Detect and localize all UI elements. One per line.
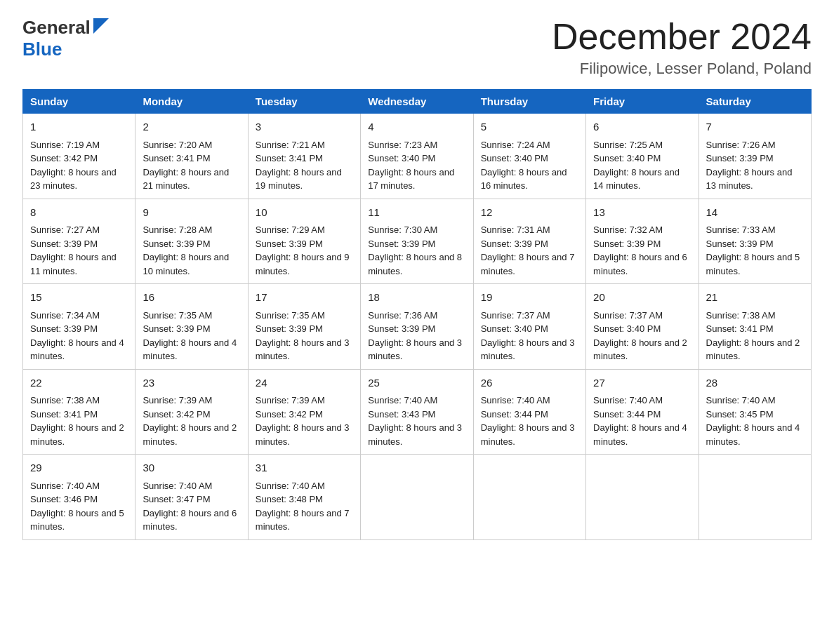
day-number: 31 (256, 460, 353, 476)
subtitle: Filipowice, Lesser Poland, Poland (552, 60, 812, 78)
calendar-cell: 6Sunrise: 7:25 AMSunset: 3:40 PMDaylight… (586, 114, 699, 199)
calendar-cell: 12Sunrise: 7:31 AMSunset: 3:39 PMDayligh… (473, 199, 585, 284)
col-wednesday: Wednesday (361, 90, 473, 114)
day-info: Sunrise: 7:35 AMSunset: 3:39 PMDaylight:… (143, 310, 237, 362)
calendar-cell (586, 455, 699, 540)
day-info: Sunrise: 7:27 AMSunset: 3:39 PMDaylight:… (30, 224, 117, 276)
day-info: Sunrise: 7:28 AMSunset: 3:39 PMDaylight:… (143, 224, 229, 276)
calendar-cell: 17Sunrise: 7:35 AMSunset: 3:39 PMDayligh… (248, 284, 360, 370)
svg-marker-0 (93, 18, 109, 34)
calendar-cell: 3Sunrise: 7:21 AMSunset: 3:41 PMDaylight… (248, 114, 360, 199)
week-row-4: 22Sunrise: 7:38 AMSunset: 3:41 PMDayligh… (23, 369, 812, 455)
day-info: Sunrise: 7:35 AMSunset: 3:39 PMDaylight:… (256, 310, 350, 362)
calendar-cell: 23Sunrise: 7:39 AMSunset: 3:42 PMDayligh… (135, 369, 248, 455)
day-number: 3 (256, 119, 353, 135)
calendar-cell: 31Sunrise: 7:40 AMSunset: 3:48 PMDayligh… (248, 455, 360, 540)
calendar-cell (699, 455, 811, 540)
calendar-cell: 7Sunrise: 7:26 AMSunset: 3:39 PMDaylight… (699, 114, 811, 199)
calendar-cell: 13Sunrise: 7:32 AMSunset: 3:39 PMDayligh… (586, 199, 699, 284)
day-info: Sunrise: 7:23 AMSunset: 3:40 PMDaylight:… (368, 140, 454, 192)
col-friday: Friday (586, 90, 699, 114)
day-info: Sunrise: 7:21 AMSunset: 3:41 PMDaylight:… (256, 140, 342, 192)
col-monday: Monday (135, 90, 248, 114)
logo-blue-text: Blue (22, 39, 62, 60)
day-number: 26 (481, 375, 578, 391)
calendar-cell: 24Sunrise: 7:39 AMSunset: 3:42 PMDayligh… (248, 369, 360, 455)
calendar-cell (473, 455, 585, 540)
calendar-cell: 26Sunrise: 7:40 AMSunset: 3:44 PMDayligh… (473, 369, 585, 455)
page-header: General Blue December 2024 Filipowice, L… (22, 17, 812, 78)
day-info: Sunrise: 7:37 AMSunset: 3:40 PMDaylight:… (481, 310, 575, 362)
calendar-cell: 19Sunrise: 7:37 AMSunset: 3:40 PMDayligh… (473, 284, 585, 370)
calendar-cell: 28Sunrise: 7:40 AMSunset: 3:45 PMDayligh… (699, 369, 811, 455)
col-saturday: Saturday (699, 90, 811, 114)
day-number: 14 (706, 205, 804, 221)
calendar-cell: 29Sunrise: 7:40 AMSunset: 3:46 PMDayligh… (23, 455, 135, 540)
day-info: Sunrise: 7:24 AMSunset: 3:40 PMDaylight:… (481, 140, 567, 192)
day-number: 18 (368, 290, 465, 306)
calendar-cell: 25Sunrise: 7:40 AMSunset: 3:43 PMDayligh… (361, 369, 473, 455)
day-number: 28 (706, 375, 804, 391)
day-info: Sunrise: 7:36 AMSunset: 3:39 PMDaylight:… (368, 310, 462, 362)
day-number: 24 (256, 375, 353, 391)
day-number: 8 (30, 205, 128, 221)
day-number: 7 (706, 119, 804, 135)
day-info: Sunrise: 7:37 AMSunset: 3:40 PMDaylight:… (593, 310, 687, 362)
day-info: Sunrise: 7:40 AMSunset: 3:44 PMDaylight:… (481, 395, 575, 447)
day-info: Sunrise: 7:29 AMSunset: 3:39 PMDaylight:… (256, 224, 350, 276)
calendar-cell: 30Sunrise: 7:40 AMSunset: 3:47 PMDayligh… (135, 455, 248, 540)
day-number: 17 (256, 290, 353, 306)
day-info: Sunrise: 7:40 AMSunset: 3:44 PMDaylight:… (593, 395, 687, 447)
day-number: 30 (143, 460, 240, 476)
day-info: Sunrise: 7:31 AMSunset: 3:39 PMDaylight:… (481, 224, 575, 276)
calendar-cell: 22Sunrise: 7:38 AMSunset: 3:41 PMDayligh… (23, 369, 135, 455)
day-info: Sunrise: 7:30 AMSunset: 3:39 PMDaylight:… (368, 224, 462, 276)
day-number: 21 (706, 290, 804, 306)
day-number: 20 (593, 290, 691, 306)
calendar-cell: 14Sunrise: 7:33 AMSunset: 3:39 PMDayligh… (699, 199, 811, 284)
day-number: 13 (593, 205, 691, 221)
day-info: Sunrise: 7:20 AMSunset: 3:41 PMDaylight:… (143, 140, 229, 192)
calendar-cell: 20Sunrise: 7:37 AMSunset: 3:40 PMDayligh… (586, 284, 699, 370)
day-info: Sunrise: 7:40 AMSunset: 3:48 PMDaylight:… (256, 481, 350, 532)
day-info: Sunrise: 7:32 AMSunset: 3:39 PMDaylight:… (593, 224, 687, 276)
calendar-cell: 8Sunrise: 7:27 AMSunset: 3:39 PMDaylight… (23, 199, 135, 284)
day-info: Sunrise: 7:25 AMSunset: 3:40 PMDaylight:… (593, 140, 680, 192)
calendar-cell: 4Sunrise: 7:23 AMSunset: 3:40 PMDaylight… (361, 114, 473, 199)
day-number: 22 (30, 375, 128, 391)
calendar-cell: 21Sunrise: 7:38 AMSunset: 3:41 PMDayligh… (699, 284, 811, 370)
day-info: Sunrise: 7:40 AMSunset: 3:47 PMDaylight:… (143, 481, 237, 532)
day-info: Sunrise: 7:34 AMSunset: 3:39 PMDaylight:… (30, 310, 124, 362)
day-number: 2 (143, 119, 240, 135)
day-info: Sunrise: 7:19 AMSunset: 3:42 PMDaylight:… (30, 140, 117, 192)
day-info: Sunrise: 7:39 AMSunset: 3:42 PMDaylight:… (256, 395, 350, 447)
week-row-1: 1Sunrise: 7:19 AMSunset: 3:42 PMDaylight… (23, 114, 812, 199)
calendar-cell: 18Sunrise: 7:36 AMSunset: 3:39 PMDayligh… (361, 284, 473, 370)
day-number: 16 (143, 290, 240, 306)
main-title: December 2024 (552, 17, 812, 57)
week-row-5: 29Sunrise: 7:40 AMSunset: 3:46 PMDayligh… (23, 455, 812, 540)
day-number: 4 (368, 119, 465, 135)
calendar-cell: 15Sunrise: 7:34 AMSunset: 3:39 PMDayligh… (23, 284, 135, 370)
day-number: 19 (481, 290, 578, 306)
col-thursday: Thursday (473, 90, 585, 114)
day-number: 15 (30, 290, 128, 306)
day-number: 5 (481, 119, 578, 135)
calendar-cell: 1Sunrise: 7:19 AMSunset: 3:42 PMDaylight… (23, 114, 135, 199)
day-number: 9 (143, 205, 240, 221)
day-number: 10 (256, 205, 353, 221)
day-number: 12 (481, 205, 578, 221)
calendar-header-row: Sunday Monday Tuesday Wednesday Thursday… (23, 90, 812, 114)
logo-general-text: General (22, 17, 91, 39)
day-info: Sunrise: 7:33 AMSunset: 3:39 PMDaylight:… (706, 224, 800, 276)
day-info: Sunrise: 7:38 AMSunset: 3:41 PMDaylight:… (706, 310, 800, 362)
day-number: 23 (143, 375, 240, 391)
calendar-cell: 11Sunrise: 7:30 AMSunset: 3:39 PMDayligh… (361, 199, 473, 284)
calendar-cell: 16Sunrise: 7:35 AMSunset: 3:39 PMDayligh… (135, 284, 248, 370)
day-number: 27 (593, 375, 691, 391)
day-info: Sunrise: 7:38 AMSunset: 3:41 PMDaylight:… (30, 395, 124, 447)
day-number: 1 (30, 119, 128, 135)
day-number: 29 (30, 460, 128, 476)
day-number: 6 (593, 119, 691, 135)
calendar-cell: 10Sunrise: 7:29 AMSunset: 3:39 PMDayligh… (248, 199, 360, 284)
